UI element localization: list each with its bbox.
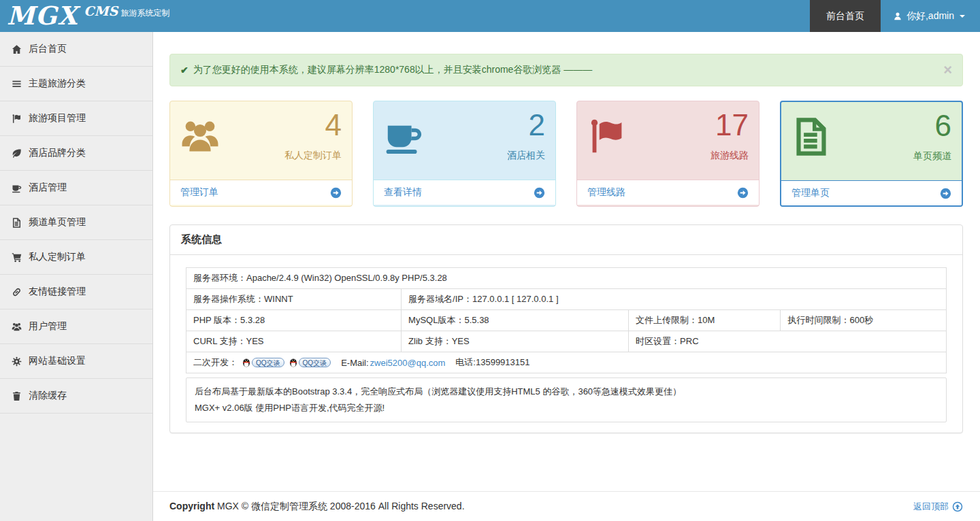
sidebar-item-label: 旅游项目管理 xyxy=(29,112,86,124)
success-alert: ✔ 为了您更好的使用本系统，建议屏幕分辨率1280*768以上，并且安装chro… xyxy=(169,54,963,86)
users-icon xyxy=(10,322,23,332)
sidebar-item-clear-cache[interactable]: 清除缓存 xyxy=(0,379,152,414)
back-to-top-link[interactable]: 返回顶部 xyxy=(913,501,963,513)
sidebar-item-user-management[interactable]: 用户管理 xyxy=(0,309,152,344)
alert-message: 为了您更好的使用本系统，建议屏幕分辨率1280*768以上，并且安装chrome… xyxy=(193,64,593,76)
user-greeting: 你好,admin xyxy=(906,10,954,22)
top-header: MGX CMS 旅游系统定制 前台首页 你好,admin xyxy=(0,0,980,32)
check-icon: ✔ xyxy=(180,65,189,75)
table-row: 二次开发： QQ交谈 QQ交谈 E-Mail: xyxy=(186,352,947,373)
stat-card-travel-routes: 17 旅游线路 管理线路 xyxy=(576,101,760,207)
leaf-icon xyxy=(10,148,23,158)
sidebar-item-channel-page[interactable]: 频道单页管理 xyxy=(0,205,152,240)
sidebar-item-label: 酒店品牌分类 xyxy=(29,147,86,159)
coffee-icon xyxy=(10,183,23,193)
logo-subtitle-block: CMS 旅游系统定制 xyxy=(84,1,169,18)
logo-cms-text: CMS xyxy=(84,3,118,18)
curl-support-cell: CURL 支持：YES xyxy=(186,331,402,352)
manage-orders-link[interactable]: 管理订单 xyxy=(170,180,352,205)
stat-card-single-pages: 6 单页频道 管理单页 xyxy=(780,101,963,207)
sidebar-item-site-settings[interactable]: 网站基础设置 xyxy=(0,344,152,379)
user-icon xyxy=(893,12,902,21)
link-icon xyxy=(10,287,23,297)
bars-icon xyxy=(10,79,23,89)
sidebar-item-hotel-brand-category[interactable]: 酒店品牌分类 xyxy=(0,136,152,171)
stat-label: 私人定制订单 xyxy=(284,150,342,162)
sidebar-nav: 后台首页 主题旅游分类 旅游项目管理 酒店品牌分类 酒店管理 xyxy=(0,32,153,521)
qq-penguin-icon xyxy=(289,358,297,367)
flag-icon xyxy=(587,110,627,171)
card-action-label: 管理线路 xyxy=(587,186,625,199)
system-info-panel: 系统信息 服务器环境：Apache/2.4.9 (Win32) OpenSSL/… xyxy=(169,224,963,433)
table-row: PHP 版本：5.3.28 MySQL版本：5.5.38 文件上传限制：10M … xyxy=(186,310,947,331)
arrow-circle-right-icon xyxy=(737,187,749,199)
arrow-circle-up-icon xyxy=(952,501,963,512)
arrow-circle-right-icon xyxy=(534,187,545,199)
phone-text: 电话:13599913151 xyxy=(455,356,529,369)
gear-icon xyxy=(10,356,23,367)
sidebar-item-label: 用户管理 xyxy=(29,320,67,333)
sidebar-item-private-orders[interactable]: 私人定制订单 xyxy=(0,240,152,275)
stat-card-body: 4 私人定制订单 xyxy=(170,101,352,180)
file-text-icon xyxy=(10,218,23,228)
cart-icon xyxy=(10,252,23,263)
timezone-cell: 时区设置：PRC xyxy=(629,331,947,352)
sidebar-item-label: 友情链接管理 xyxy=(29,286,86,298)
front-home-link[interactable]: 前台首页 xyxy=(810,0,881,32)
page-footer: Copyright MGX © 微信定制管理系统 2008-2016 All R… xyxy=(153,491,980,521)
qq-penguin-icon xyxy=(242,358,250,367)
logo-tagline: 旅游系统定制 xyxy=(121,8,170,18)
users-icon xyxy=(180,110,220,171)
qq-chat-badge[interactable]: QQ交谈 xyxy=(242,358,284,367)
card-action-label: 查看详情 xyxy=(384,186,422,199)
sidebar-item-label: 频道单页管理 xyxy=(29,216,86,229)
stat-card-body: 6 单页频道 xyxy=(781,102,962,180)
app-logo: MGX CMS 旅游系统定制 xyxy=(0,0,170,32)
zlib-support-cell: Zlib 支持：YES xyxy=(402,331,629,352)
stat-value: 17 xyxy=(715,110,749,141)
manage-pages-link[interactable]: 管理单页 xyxy=(781,180,962,205)
upload-limit-cell: 文件上传限制：10M xyxy=(629,310,781,331)
sidebar-item-theme-travel-category[interactable]: 主题旅游分类 xyxy=(0,67,152,101)
stat-card-body: 17 旅游线路 xyxy=(577,101,759,180)
sidebar-item-label: 网站基础设置 xyxy=(29,355,86,367)
server-ip-cell: 服务器域名/IP：127.0.0.1 [ 127.0.0.1 ] xyxy=(402,289,947,310)
sidebar-item-label: 主题旅游分类 xyxy=(29,78,86,90)
sidebar-item-hotel-management[interactable]: 酒店管理 xyxy=(0,171,152,205)
dev-contact-cell: 二次开发： QQ交谈 QQ交谈 E-Mail: xyxy=(186,352,947,373)
card-action-label: 管理单页 xyxy=(791,187,830,199)
table-row: CURL 支持：YES Zlib 支持：YES 时区设置：PRC xyxy=(186,331,947,352)
table-row: 服务器环境：Apache/2.4.9 (Win32) OpenSSL/0.9.8… xyxy=(186,268,947,289)
flag-icon xyxy=(10,114,23,124)
qq-chat-badge[interactable]: QQ交谈 xyxy=(289,358,331,367)
stat-label: 单页频道 xyxy=(913,150,951,163)
logo-text: MGX xyxy=(7,1,78,31)
close-icon[interactable]: × xyxy=(943,65,952,75)
note-line-1: 后台布局基于最新版本的Bootstrap 3.3.4，完全响应式布局（浏览器建议… xyxy=(195,384,938,400)
back-to-top-label: 返回顶部 xyxy=(913,501,949,513)
view-details-link[interactable]: 查看详情 xyxy=(374,180,555,205)
sidebar-item-dashboard[interactable]: 后台首页 xyxy=(0,32,152,67)
dev-label: 二次开发： xyxy=(193,356,238,369)
sidebar-item-travel-project[interactable]: 旅游项目管理 xyxy=(0,101,152,136)
sidebar-item-label: 清除缓存 xyxy=(29,390,67,402)
qq-chat-label: QQ交谈 xyxy=(252,358,284,367)
sidebar-item-friend-links[interactable]: 友情链接管理 xyxy=(0,275,152,309)
card-action-label: 管理订单 xyxy=(180,186,218,199)
copyright-rest: MGX © 微信定制管理系统 2008-2016 All Rights Rese… xyxy=(214,501,464,511)
stat-card-private-orders: 4 私人定制订单 管理订单 xyxy=(169,101,353,207)
stat-label: 旅游线路 xyxy=(710,150,749,162)
home-icon xyxy=(10,44,23,54)
server-env-cell: 服务器环境：Apache/2.4.9 (Win32) OpenSSL/0.9.8… xyxy=(186,268,947,289)
sidebar-item-label: 私人定制订单 xyxy=(29,251,86,263)
trash-icon xyxy=(10,391,23,401)
stat-value: 2 xyxy=(529,110,545,141)
stat-card-body: 2 酒店相关 xyxy=(374,101,555,180)
arrow-circle-right-icon xyxy=(940,188,951,199)
qq-chat-label: QQ交谈 xyxy=(299,358,331,367)
manage-routes-link[interactable]: 管理线路 xyxy=(577,180,759,205)
copyright-text: Copyright MGX © 微信定制管理系统 2008-2016 All R… xyxy=(169,501,465,513)
stat-label: 酒店相关 xyxy=(507,150,545,162)
email-link[interactable]: zwei5200@qq.com xyxy=(370,358,446,368)
user-menu[interactable]: 你好,admin xyxy=(881,0,980,32)
